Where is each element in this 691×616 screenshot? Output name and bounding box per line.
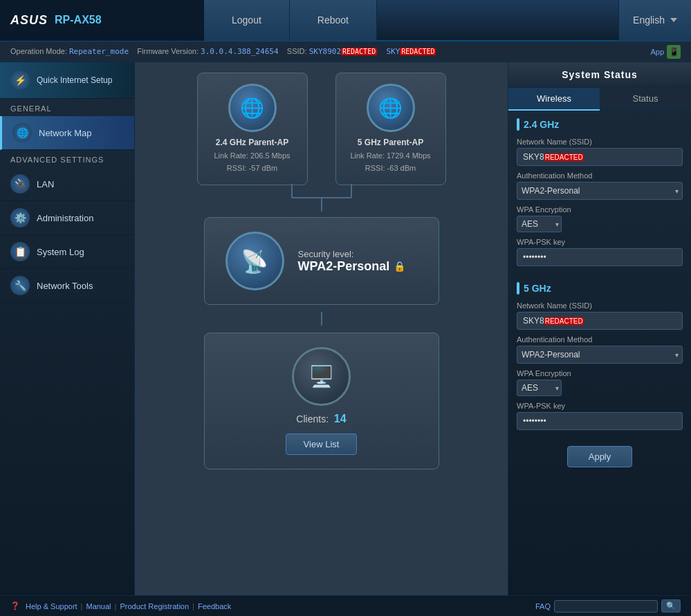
parent-aps-row: 🌐 2.4 GHz Parent-AP Link Rate: 206.5 Mbp… [197,73,446,185]
network-map-area: 🌐 2.4 GHz Parent-AP Link Rate: 206.5 Mbp… [135,62,508,595]
product-registration-link[interactable]: Product Registration [120,602,189,610]
psk-5-input[interactable] [517,412,683,430]
operation-label: Operation Mode: [10,47,67,55]
connector-middle [321,312,322,326]
tab-status[interactable]: Status [600,88,691,111]
sidebar-section-general: General [0,99,134,116]
enc-24-select[interactable]: AES TKIP TKIP+AES [517,216,562,232]
status-tabs: Wireless Status [508,88,691,111]
right-panel: System Status Wireless Status 2.4 GHz Ne… [508,62,691,595]
tab-wireless[interactable]: Wireless [508,88,600,111]
parent-ap-24-rssi: RSSI: -57 dBm [212,162,293,175]
status-content: 2.4 GHz Network Name (SSID) SKY8REDACTED… [508,111,691,595]
status-info: Operation Mode: Repeater_mode Firmware V… [10,47,436,56]
ssid-24-label: Network Name (SSID) [517,138,683,146]
client-icon: 🖥️ [292,347,351,406]
enc-5-select-row: AES TKIP TKIP+AES ▾ [517,380,562,396]
freq-24-header: 2.4 GHz [517,118,683,131]
logout-button[interactable]: Logout [204,0,290,41]
quick-setup-label: Quick Internet Setup [37,75,112,86]
sidebar-item-system-log[interactable]: 📋 System Log [0,235,134,269]
psk-24-input[interactable] [517,248,683,266]
enc-5-label: WPA Encryption [517,369,683,377]
parent-ap-5-title: 5 GHz Parent-AP [350,138,432,147]
freq-24-bar [517,118,519,131]
parent-ap-5-rssi: RSSI: -63 dBm [350,162,432,175]
apply-button[interactable]: Apply [567,446,633,467]
freq-24-label: 2.4 GHz [524,119,559,130]
app-label: App [650,48,664,56]
connection-lines-top [252,184,391,212]
sidebar-item-network-tools[interactable]: 🔧 Network Tools [0,269,134,303]
sidebar-item-administration[interactable]: ⚙️ Administration [0,201,134,235]
view-list-button[interactable]: View List [286,433,358,455]
faq-search: FAQ 🔍 [535,599,681,613]
clients-label: Clients: [296,413,329,424]
app-button[interactable]: App 📱 [650,45,681,59]
ssid-5-value: SKY8REDACTED [517,312,683,330]
logo-area: ASUS RP-AX58 [0,0,204,41]
security-text: Security level: WPA2-Personal 🔒 [298,249,406,274]
ssid-value: SKY8902REDACTED SKYREDACTED [309,47,436,56]
parent-ap-5ghz: 🌐 5 GHz Parent-AP Link Rate: 1729.4 Mbps… [335,73,446,185]
separator: | [115,602,117,610]
administration-label: Administration [37,213,93,223]
network-tools-label: Network Tools [37,281,93,291]
help-support-link[interactable]: Help & Support [26,602,77,610]
parent-ap-5-info: Link Rate: 1729.4 Mbps RSSI: -63 dBm [350,150,432,174]
manual-link[interactable]: Manual [86,602,111,610]
network-tools-icon: 🔧 [10,276,30,295]
ssid-label: SSID: [287,47,307,55]
enc-24-label: WPA Encryption [517,205,683,214]
security-level-value: WPA2-Personal 🔒 [298,259,406,274]
help-icon: ❓ [10,601,20,610]
firmware-version: 3.0.0.4.388_24654 [201,47,279,56]
system-status-title: System Status [508,62,691,88]
clients-count: 14 [334,413,347,424]
enc-24-select-row: AES TKIP TKIP+AES ▾ [517,216,562,232]
auth-24-select[interactable]: WPA2-Personal WPA3-Personal WPA2/WPA3 [517,182,683,200]
sidebar-section-advanced: Advanced Settings [0,150,134,167]
faq-input[interactable] [554,600,658,613]
header: ASUS RP-AX58 Logout Reboot English [0,0,691,41]
footer: ❓ Help & Support | Manual | Product Regi… [0,595,691,616]
clients-count-row: Clients: 14 [225,413,418,425]
lan-label: LAN [37,179,54,189]
status-bar: Operation Mode: Repeater_mode Firmware V… [0,41,691,62]
auth-5-select-row: WPA2-Personal WPA3-Personal WPA2/WPA3 ▾ [517,346,683,364]
enc-5-select[interactable]: AES TKIP TKIP+AES [517,380,562,396]
system-log-icon: 📋 [10,242,30,261]
model-name: RP-AX58 [55,14,102,26]
freq-5-bar [517,282,519,295]
administration-icon: ⚙️ [10,208,30,227]
sidebar-item-lan[interactable]: 🔌 LAN [0,167,134,201]
network-map-icon: 🌐 [12,123,32,142]
security-level-label: Security level: [298,249,406,259]
feedback-link[interactable]: Feedback [198,602,231,610]
network-map-label: Network Map [39,128,92,138]
language-selector[interactable]: English [618,0,691,41]
parent-ap-5-icon: 🌐 [367,84,415,132]
faq-label: FAQ [535,602,551,610]
language-label: English [633,15,665,26]
auth-5-label: Authentication Method [517,335,683,344]
freq-5-header: 5 GHz [517,282,683,295]
psk-5-label: WPA-PSK key [517,402,683,410]
chevron-down-icon [670,18,677,22]
parent-ap-24ghz: 🌐 2.4 GHz Parent-AP Link Rate: 206.5 Mbp… [197,73,308,185]
header-nav: Logout Reboot English [204,0,691,41]
sidebar-item-quick-setup[interactable]: ⚡ Quick Internet Setup [0,62,134,99]
footer-links: ❓ Help & Support | Manual | Product Regi… [10,601,231,610]
reboot-button[interactable]: Reboot [290,0,377,41]
asus-logo: ASUS [10,13,48,28]
sidebar: ⚡ Quick Internet Setup General 🌐 Network… [0,62,135,595]
psk-24-label: WPA-PSK key [517,238,683,246]
sidebar-item-network-map[interactable]: 🌐 Network Map [0,116,134,150]
freq-section-24ghz: 2.4 GHz Network Name (SSID) SKY8REDACTED… [517,118,683,272]
auth-5-select[interactable]: WPA2-Personal WPA3-Personal WPA2/WPA3 [517,346,683,364]
firmware-label: Firmware Version: [137,47,199,55]
auth-24-select-row: WPA2-Personal WPA3-Personal WPA2/WPA3 ▾ [517,182,683,200]
freq-section-5ghz: 5 GHz Network Name (SSID) SKY8REDACTED A… [517,282,683,436]
quick-setup-icon: ⚡ [10,71,30,90]
faq-search-button[interactable]: 🔍 [661,599,681,613]
